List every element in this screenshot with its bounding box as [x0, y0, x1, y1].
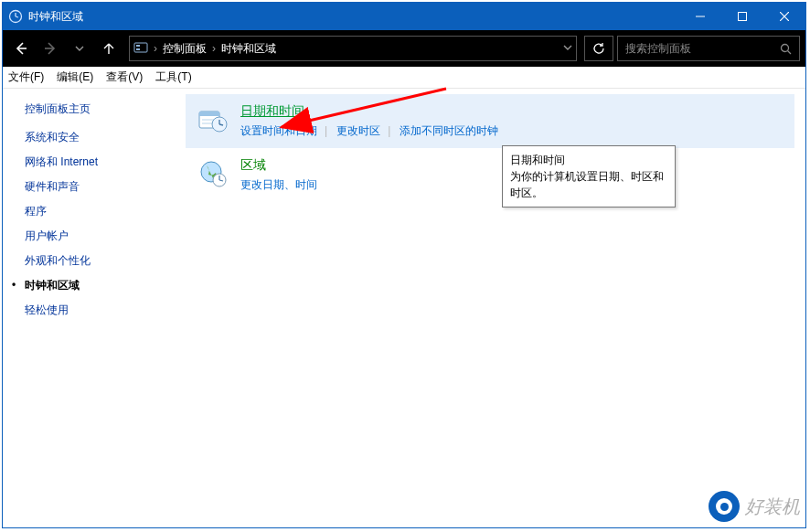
tooltip-title: 日期和时间	[510, 152, 667, 168]
chevron-down-icon	[563, 43, 572, 52]
datetime-icon	[197, 103, 229, 136]
breadcrumb-root[interactable]: 控制面板	[163, 41, 207, 57]
arrow-up-icon	[101, 41, 116, 56]
breadcrumb-current[interactable]: 时钟和区域	[221, 41, 276, 57]
address-dropdown[interactable]	[563, 42, 572, 55]
sidebar-item-appearance[interactable]: 外观和个性化	[25, 253, 182, 269]
tooltip: 日期和时间 为你的计算机设置日期、时区和时区。	[502, 145, 676, 207]
category-datetime[interactable]: 日期和时间 设置时间和日期更改时区添加不同时区的时钟	[186, 94, 794, 148]
refresh-icon	[592, 42, 605, 55]
app-icon	[3, 9, 28, 24]
search-input[interactable]: 搜索控制面板	[617, 36, 800, 61]
chevron-right-icon: ›	[212, 42, 216, 55]
menu-file[interactable]: 文件(F)	[8, 69, 44, 85]
svg-rect-9	[134, 43, 147, 52]
menu-tools[interactable]: 工具(T)	[155, 69, 191, 85]
control-panel-icon	[133, 40, 148, 58]
sidebar-item-ease[interactable]: 轻松使用	[25, 303, 182, 318]
svg-rect-10	[136, 45, 140, 47]
window: 时钟和区域 ›	[2, 2, 806, 528]
sublinks: 设置时间和日期更改时区添加不同时区的时钟	[240, 123, 783, 139]
sidebar-item-programs[interactable]: 程序	[25, 204, 182, 219]
sublink-region-truncated[interactable]: 更改日期、时间	[240, 178, 317, 191]
category-title-datetime[interactable]: 日期和时间	[240, 103, 304, 118]
category-body: 日期和时间 设置时间和日期更改时区添加不同时区的时钟	[240, 103, 783, 139]
watermark-text: 好装机	[745, 495, 800, 519]
svg-rect-15	[199, 112, 219, 116]
menu-edit[interactable]: 编辑(E)	[57, 69, 93, 85]
recent-dropdown[interactable]	[67, 36, 92, 61]
region-icon	[197, 157, 229, 190]
watermark: 好装机	[709, 491, 800, 522]
refresh-button[interactable]	[584, 36, 613, 61]
menubar: 文件(F) 编辑(E) 查看(V) 工具(T)	[3, 67, 805, 89]
address-bar[interactable]: › 控制面板 › 时钟和区域	[129, 36, 577, 61]
body: 控制面板主页 系统和安全 网络和 Internet 硬件和声音 程序 用户帐户 …	[3, 89, 805, 527]
tooltip-desc: 为你的计算机设置日期、时区和时区。	[510, 168, 667, 201]
watermark-logo	[709, 491, 740, 522]
sidebar-item-network[interactable]: 网络和 Internet	[25, 154, 182, 170]
sublink-set-datetime[interactable]: 设置时间和日期	[240, 124, 317, 137]
titlebar: 时钟和区域	[3, 3, 805, 30]
arrow-right-icon	[43, 41, 58, 56]
chevron-down-icon	[75, 44, 84, 53]
svg-point-12	[782, 44, 789, 51]
close-button[interactable]	[763, 3, 805, 30]
window-controls	[679, 3, 805, 30]
window-title: 时钟和区域	[28, 9, 679, 25]
search-placeholder: 搜索控制面板	[625, 41, 691, 57]
category-region[interactable]: 区域 更改日期、时间	[186, 148, 794, 202]
sidebar-item-clock[interactable]: 时钟和区域	[25, 278, 182, 293]
svg-rect-11	[136, 48, 140, 50]
category-title-region[interactable]: 区域	[240, 157, 266, 172]
minimize-button[interactable]	[679, 3, 721, 30]
svg-rect-4	[739, 13, 747, 21]
sublink-change-timezone[interactable]: 更改时区	[325, 124, 380, 137]
chevron-right-icon: ›	[154, 42, 157, 55]
sidebar-title[interactable]: 控制面板主页	[25, 101, 182, 117]
menu-view[interactable]: 查看(V)	[106, 69, 143, 85]
forward-button[interactable]	[37, 36, 63, 61]
maximize-button[interactable]	[721, 3, 763, 30]
navbar: › 控制面板 › 时钟和区域 搜索控制面板	[3, 30, 805, 67]
sidebar-item-accounts[interactable]: 用户帐户	[25, 229, 182, 244]
sidebar-item-system[interactable]: 系统和安全	[25, 130, 182, 145]
back-button[interactable]	[8, 36, 34, 61]
sublink-add-clocks[interactable]: 添加不同时区的时钟	[388, 124, 498, 137]
content-area: 日期和时间 设置时间和日期更改时区添加不同时区的时钟	[186, 89, 805, 527]
arrow-left-icon	[14, 41, 28, 56]
svg-line-2	[16, 16, 18, 17]
search-icon	[780, 43, 792, 55]
svg-line-13	[788, 50, 792, 54]
up-button[interactable]	[96, 36, 122, 61]
sidebar: 控制面板主页 系统和安全 网络和 Internet 硬件和声音 程序 用户帐户 …	[3, 89, 186, 527]
sidebar-item-hardware[interactable]: 硬件和声音	[25, 179, 182, 195]
